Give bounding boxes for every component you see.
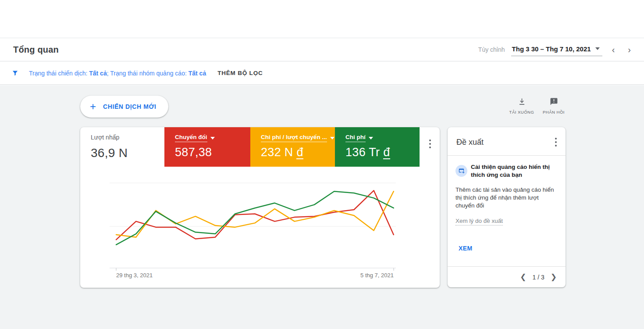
metric-scorecards: Lượt nhấp 36,9 N Chuyển đổi 587,38 Chi p… (80, 127, 440, 167)
caret-down-icon (210, 137, 215, 139)
feedback-label: PHẢN HỒI (543, 110, 565, 114)
view-button[interactable]: XEM (459, 245, 473, 252)
date-prev-button[interactable]: ‹ (608, 45, 619, 54)
feedback-button[interactable]: PHẢN HỒI (538, 97, 569, 114)
suggestions-footer: ❮ 1 / 3 ❯ (448, 266, 566, 287)
scorecard-value: 232 N đ (261, 146, 335, 159)
pagination-next-icon[interactable]: ❯ (549, 272, 559, 283)
new-campaign-button[interactable]: + CHIẾN DỊCH MỚI (80, 96, 168, 118)
suggestions-card: Đề xuất Cải thiện quảng cáo hiển thị thí… (448, 127, 566, 287)
feedback-icon (550, 97, 558, 107)
caret-down-icon (330, 137, 334, 139)
caret-down-icon (595, 47, 600, 50)
filter-icon (12, 70, 18, 76)
scorecard-label: Chi phí / lượt chuyển ... (261, 134, 327, 142)
overview-chart (110, 175, 399, 281)
suggestions-title: Đề xuất (456, 138, 484, 147)
page-title: Tổng quan (13, 45, 59, 55)
suggestions-menu-button[interactable] (552, 135, 559, 149)
scorecard-conversions[interactable]: Chuyển đổi 587,38 (164, 127, 250, 167)
dong-currency-symbol: đ (296, 147, 303, 159)
filter-bar: Trạng thái chiến dịch: Tất cả; Trạng thá… (0, 62, 644, 85)
recommendation-reason-link[interactable]: Xem lý do đề xuất (455, 218, 503, 225)
recommendation-icon (455, 165, 467, 177)
scorecard-cost[interactable]: Chi phí 136 Tr đ (335, 127, 420, 167)
scorecard-clicks[interactable]: Lượt nhấp 36,9 N (80, 127, 164, 167)
recommendation-title: Cải thiện quảng cáo hiển thị thích ứng c… (471, 163, 561, 179)
date-custom-label: Tùy chỉnh (478, 46, 505, 53)
filter-separator: ; (107, 70, 109, 77)
plus-icon: + (90, 101, 96, 112)
recommendation-body: Thêm các tài sản vào quảng cáo hiển thị … (455, 186, 557, 210)
scorecard-value: 136 Tr đ (345, 146, 420, 159)
suggestions-header: Đề xuất (448, 127, 566, 156)
x-axis-start-label: 29 thg 3, 2021 (116, 272, 153, 279)
scorecard-value: 36,9 N (91, 146, 164, 160)
scorecard-label: Chuyển đổi (175, 134, 207, 142)
add-filter-button[interactable]: THÊM BỘ LỌC (217, 70, 263, 76)
scorecard-cost-per-conversion[interactable]: Chi phí / lượt chuyển ... 232 N đ (250, 127, 335, 167)
date-range-value: Thg 3 30 – Thg 7 10, 2021 (512, 45, 591, 53)
chart-line-chi-phi (116, 191, 394, 245)
filter-summary: Trạng thái chiến dịch: Tất cả; Trạng thá… (29, 70, 206, 77)
page-header: Tổng quan Tùy chỉnh Thg 3 30 – Thg 7 10,… (0, 38, 644, 61)
scorecard-label: Chi phí (345, 134, 366, 142)
pagination-prev-icon[interactable]: ❮ (518, 272, 528, 283)
download-label: TẢI XUỐNG (509, 110, 534, 114)
new-campaign-label: CHIẾN DỊCH MỚI (103, 103, 156, 110)
content-area: + CHIẾN DỊCH MỚI TẢI XUỐNG PHẢN HỒI Lượt… (0, 85, 644, 329)
google-ads-overview-page: Tổng quan Tùy chỉnh Thg 3 30 – Thg 7 10,… (0, 0, 644, 329)
scorecard-label: Lượt nhấp (91, 134, 119, 143)
date-next-button[interactable]: › (624, 45, 634, 54)
overview-chart-card: Lượt nhấp 36,9 N Chuyển đổi 587,38 Chi p… (80, 127, 440, 288)
chart-card-menu-button[interactable] (427, 137, 434, 151)
date-range-area: Tùy chỉnh Thg 3 30 – Thg 7 10, 2021 ‹ › (478, 43, 634, 56)
dong-currency-symbol: đ (383, 147, 390, 159)
download-button[interactable]: TẢI XUỐNG (506, 97, 537, 114)
caret-down-icon (369, 137, 373, 139)
x-axis-end-label: 5 thg 7, 2021 (360, 272, 394, 279)
scorecard-value: 587,38 (175, 146, 250, 159)
filter-campaign-status[interactable]: Trạng thái chiến dịch: Tất cả (29, 70, 107, 77)
pagination-indicator: 1 / 3 (533, 274, 544, 281)
download-icon (518, 97, 526, 107)
date-range-selector[interactable]: Thg 3 30 – Thg 7 10, 2021 (511, 43, 602, 56)
filter-adgroup-status[interactable]: Trạng thái nhóm quảng cáo: Tất cả (110, 70, 206, 77)
